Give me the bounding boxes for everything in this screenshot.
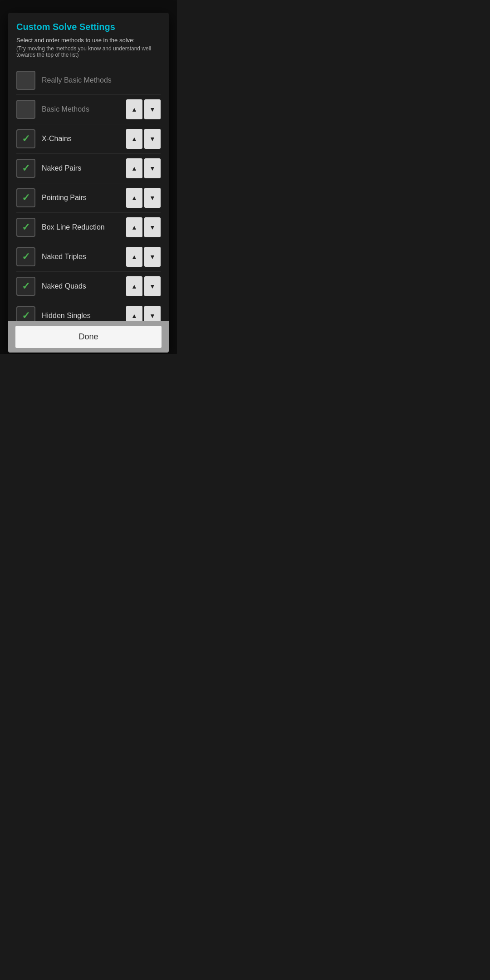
arrow-up-naked-triples[interactable]: ▲ — [126, 247, 142, 267]
method-label-hidden-singles: Hidden Singles — [42, 312, 122, 320]
checkmark-icon-pointing-pairs: ✓ — [22, 193, 30, 203]
dialog-content: Custom Solve Settings Select and order m… — [8, 13, 169, 321]
checkmark-icon-naked-pairs: ✓ — [22, 163, 30, 173]
method-label-naked-quads: Naked Quads — [42, 282, 122, 290]
method-row-really-basic: Really Basic Methods — [16, 66, 161, 95]
checkbox-naked-quads[interactable]: ✓ — [16, 277, 35, 296]
arrow-buttons-box-line-reduction: ▲▼ — [126, 217, 161, 237]
method-row-basic-methods: Basic Methods▲▼ — [16, 95, 161, 124]
arrow-buttons-naked-pairs: ▲▼ — [126, 158, 161, 178]
method-label-basic-methods: Basic Methods — [42, 105, 122, 113]
arrow-buttons-x-chains: ▲▼ — [126, 129, 161, 149]
arrow-down-box-line-reduction[interactable]: ▼ — [144, 217, 161, 237]
checkbox-x-chains[interactable]: ✓ — [16, 129, 35, 148]
method-label-x-chains: X-Chains — [42, 135, 122, 143]
checkmark-icon-hidden-singles: ✓ — [22, 311, 30, 321]
checkmark-icon-box-line-reduction: ✓ — [22, 222, 30, 232]
arrow-down-naked-triples[interactable]: ▼ — [144, 247, 161, 267]
method-row-hidden-singles: ✓Hidden Singles▲▼ — [16, 301, 161, 321]
arrow-down-pointing-pairs[interactable]: ▼ — [144, 188, 161, 208]
arrow-up-box-line-reduction[interactable]: ▲ — [126, 217, 142, 237]
arrow-down-basic-methods[interactable]: ▼ — [144, 99, 161, 119]
arrow-buttons-basic-methods: ▲▼ — [126, 99, 161, 119]
checkmark-icon-naked-triples: ✓ — [22, 252, 30, 262]
method-row-naked-pairs: ✓Naked Pairs▲▼ — [16, 154, 161, 183]
dialog-hint: (Try moving the methods you know and und… — [16, 45, 161, 58]
arrow-up-pointing-pairs[interactable]: ▲ — [126, 188, 142, 208]
checkbox-box-line-reduction[interactable]: ✓ — [16, 218, 35, 237]
arrow-down-x-chains[interactable]: ▼ — [144, 129, 161, 149]
custom-solve-dialog: Custom Solve Settings Select and order m… — [8, 13, 169, 353]
checkmark-icon-naked-quads: ✓ — [22, 281, 30, 291]
arrow-buttons-naked-triples: ▲▼ — [126, 247, 161, 267]
method-label-naked-triples: Naked Triples — [42, 253, 122, 261]
checkbox-naked-pairs[interactable]: ✓ — [16, 159, 35, 178]
arrow-buttons-hidden-singles: ▲▼ — [126, 306, 161, 321]
dialog-title: Custom Solve Settings — [16, 22, 161, 32]
arrow-buttons-pointing-pairs: ▲▼ — [126, 188, 161, 208]
arrow-up-basic-methods[interactable]: ▲ — [126, 99, 142, 119]
checkbox-really-basic[interactable] — [16, 71, 35, 90]
method-label-box-line-reduction: Box Line Reduction — [42, 223, 122, 231]
arrow-up-hidden-singles[interactable]: ▲ — [126, 306, 142, 321]
method-label-really-basic: Really Basic Methods — [42, 76, 161, 84]
done-button[interactable]: Done — [15, 326, 162, 348]
checkbox-basic-methods[interactable] — [16, 100, 35, 119]
checkmark-icon-x-chains: ✓ — [22, 134, 30, 144]
checkbox-naked-triples[interactable]: ✓ — [16, 247, 35, 266]
method-row-naked-quads: ✓Naked Quads▲▼ — [16, 272, 161, 301]
method-label-pointing-pairs: Pointing Pairs — [42, 194, 122, 202]
method-label-naked-pairs: Naked Pairs — [42, 164, 122, 172]
arrow-down-naked-pairs[interactable]: ▼ — [144, 158, 161, 178]
arrow-down-hidden-singles[interactable]: ▼ — [144, 306, 161, 321]
arrow-buttons-naked-quads: ▲▼ — [126, 276, 161, 296]
checkbox-pointing-pairs[interactable]: ✓ — [16, 188, 35, 207]
dialog-footer: Done — [8, 321, 169, 353]
methods-list: Really Basic MethodsBasic Methods▲▼✓X-Ch… — [16, 66, 161, 321]
method-row-naked-triples: ✓Naked Triples▲▼ — [16, 242, 161, 272]
arrow-up-naked-quads[interactable]: ▲ — [126, 276, 142, 296]
arrow-up-naked-pairs[interactable]: ▲ — [126, 158, 142, 178]
checkbox-hidden-singles[interactable]: ✓ — [16, 306, 35, 321]
method-row-box-line-reduction: ✓Box Line Reduction▲▼ — [16, 213, 161, 242]
arrow-up-x-chains[interactable]: ▲ — [126, 129, 142, 149]
arrow-down-naked-quads[interactable]: ▼ — [144, 276, 161, 296]
method-row-x-chains: ✓X-Chains▲▼ — [16, 124, 161, 154]
dialog-subtitle: Select and order methods to use in the s… — [16, 37, 161, 44]
method-row-pointing-pairs: ✓Pointing Pairs▲▼ — [16, 183, 161, 213]
